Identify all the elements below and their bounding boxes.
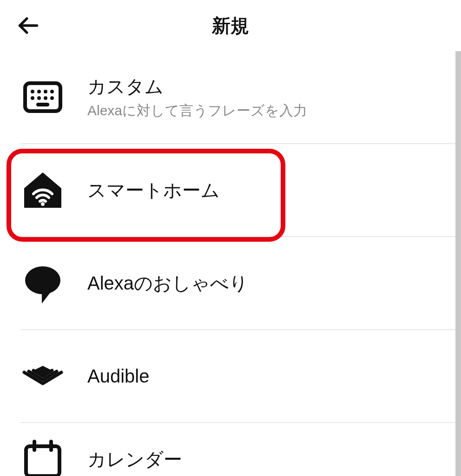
svg-rect-10 (36, 103, 49, 106)
smarthome-icon (20, 168, 67, 212)
list-item-audible[interactable]: Audible (0, 330, 461, 422)
speech-bubble-icon (20, 261, 67, 305)
item-title: Audible (87, 364, 149, 388)
svg-point-7 (37, 96, 41, 100)
item-text: スマートホーム (87, 178, 220, 202)
list-item-alexa-chat[interactable]: Alexaのおしゃべり (0, 237, 461, 329)
list-item-calendar[interactable]: カレンダー (0, 423, 461, 476)
svg-point-4 (44, 90, 47, 93)
item-title: カレンダー (87, 447, 182, 471)
svg-point-8 (44, 96, 47, 100)
item-text: Audible (87, 364, 149, 388)
back-button[interactable] (14, 12, 42, 40)
scrollbar[interactable] (455, 51, 461, 476)
svg-point-9 (50, 96, 54, 100)
svg-point-3 (37, 90, 41, 93)
page-title: 新規 (42, 13, 419, 39)
arrow-left-icon (16, 13, 40, 38)
item-title: Alexaのおしゃべり (87, 271, 248, 295)
item-text: Alexaのおしゃべり (87, 271, 248, 295)
list-item-custom[interactable]: カスタム Alexaに対して言うフレーズを入力 (0, 51, 461, 143)
svg-point-6 (31, 96, 34, 100)
svg-rect-1 (25, 83, 60, 111)
item-text: カスタム Alexaに対して言うフレーズを入力 (87, 74, 307, 120)
svg-point-11 (41, 202, 45, 206)
item-subtitle: Alexaに対して言うフレーズを入力 (87, 101, 307, 120)
item-title: スマートホーム (87, 178, 220, 202)
svg-point-2 (31, 90, 34, 93)
option-list: カスタム Alexaに対して言うフレーズを入力 スマートホーム (0, 51, 461, 476)
list-item-smarthome[interactable]: スマートホーム (0, 144, 461, 236)
svg-rect-13 (26, 446, 59, 476)
header: 新規 (0, 0, 461, 51)
svg-point-5 (50, 90, 54, 93)
item-text: カレンダー (87, 447, 182, 471)
keyboard-icon (20, 75, 67, 119)
item-title: カスタム (87, 74, 307, 99)
svg-point-12 (25, 266, 60, 294)
audible-icon (20, 354, 67, 398)
calendar-icon (20, 437, 67, 476)
